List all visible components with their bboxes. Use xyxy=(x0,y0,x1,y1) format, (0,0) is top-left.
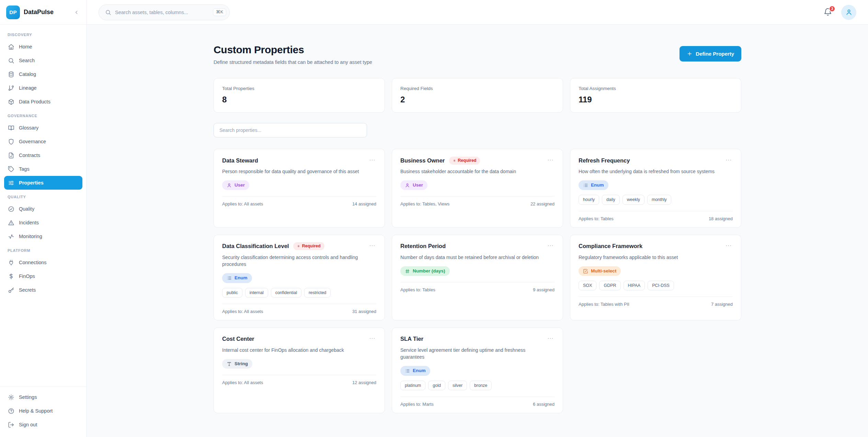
property-type-badge: Multi-select xyxy=(579,266,621,276)
dollar-icon xyxy=(8,273,14,280)
card-menu-button[interactable] xyxy=(368,335,376,343)
sidebar-item-label: Contracts xyxy=(19,153,40,158)
sidebar-item-glossary[interactable]: Glossary xyxy=(4,121,82,135)
nav-section-label: DISCOVERY xyxy=(4,27,82,40)
sidebar-item-connections[interactable]: Connections xyxy=(4,256,82,269)
sidebar-item-sign-out[interactable]: Sign out xyxy=(4,418,82,432)
card-menu-button[interactable] xyxy=(546,242,555,250)
global-search-box[interactable]: ⌘K xyxy=(99,4,230,20)
card-menu-button[interactable] xyxy=(546,156,555,165)
card-menu-button[interactable] xyxy=(368,242,376,250)
property-card-header: Cost Center xyxy=(222,335,376,343)
check-circle-icon xyxy=(8,206,14,212)
type-icon xyxy=(227,361,232,367)
asterisk-icon xyxy=(297,245,300,248)
required-badge: Required xyxy=(449,157,480,165)
properties-search-input[interactable] xyxy=(214,123,367,137)
list-icon xyxy=(227,276,232,281)
sidebar-item-label: Tags xyxy=(19,166,30,172)
global-search-input[interactable] xyxy=(115,10,209,15)
sidebar-item-monitoring[interactable]: Monitoring xyxy=(4,229,82,243)
stat-label: Required Fields xyxy=(400,86,555,91)
card-menu-button[interactable] xyxy=(724,242,733,250)
sidebar-item-catalog[interactable]: Catalog xyxy=(4,67,82,81)
stats-row: Total Properties8Required Fields2Total A… xyxy=(214,78,741,113)
enum-options-row: publicinternalconfidentialrestricted xyxy=(222,288,376,298)
sidebar-item-contracts[interactable]: Contracts xyxy=(4,148,82,162)
user-icon xyxy=(405,183,410,188)
sidebar-item-incidents[interactable]: Incidents xyxy=(4,216,82,229)
sidebar-item-tags[interactable]: Tags xyxy=(4,162,82,176)
enum-option-chip: platinum xyxy=(400,381,425,390)
property-description: Regulatory frameworks applicable to this… xyxy=(579,254,733,261)
more-horizontal-icon xyxy=(725,242,732,249)
sidebar-item-secrets[interactable]: Secrets xyxy=(4,283,82,297)
card-menu-button[interactable] xyxy=(724,156,733,165)
property-card-header: Business OwnerRequired xyxy=(400,156,555,165)
sidebar-item-home[interactable]: Home xyxy=(4,40,82,54)
sidebar-item-finops[interactable]: FinOps xyxy=(4,269,82,283)
sidebar-item-governance[interactable]: Governance xyxy=(4,135,82,148)
property-description: Security classification determining acce… xyxy=(222,254,376,268)
property-card: Refresh FrequencyHow often the underlyin… xyxy=(570,149,741,228)
page-title: Custom Properties xyxy=(214,44,372,56)
property-type-label: User xyxy=(235,182,245,188)
property-card-header: Retention Period xyxy=(400,242,555,250)
applies-to-text: Applies to: Tables xyxy=(400,287,435,292)
sidebar-item-help-support[interactable]: Help & Support xyxy=(4,404,82,418)
sidebar-header: DP DataPulse xyxy=(0,0,87,25)
enum-option-chip: internal xyxy=(245,288,268,298)
home-icon xyxy=(8,44,14,50)
enum-option-chip: silver xyxy=(448,381,467,390)
enum-option-chip: daily xyxy=(602,195,620,204)
stat-value: 119 xyxy=(579,95,733,104)
property-name: Compliance Framework xyxy=(579,243,642,249)
sidebar-item-lineage[interactable]: Lineage xyxy=(4,81,82,95)
applies-to-text: Applies to: Tables with PII xyxy=(579,302,629,307)
sidebar-item-settings[interactable]: Settings xyxy=(4,390,82,404)
define-property-button[interactable]: Define Property xyxy=(679,46,741,61)
applies-to-text: Applies to: Tables, Views xyxy=(400,201,449,206)
card-footer: Applies to: Marts6 assigned xyxy=(400,397,555,407)
sidebar-item-label: Properties xyxy=(19,180,44,186)
sidebar-item-quality[interactable]: Quality xyxy=(4,202,82,216)
assigned-count: 7 assigned xyxy=(711,302,733,307)
property-card-header: Compliance Framework xyxy=(579,242,733,250)
sidebar-item-properties[interactable]: Properties xyxy=(4,176,82,190)
list-icon xyxy=(583,183,588,188)
user-avatar-button[interactable] xyxy=(841,5,856,20)
sidebar-item-data-products[interactable]: Data Products xyxy=(4,95,82,109)
enum-option-chip: bronze xyxy=(470,381,492,390)
card-footer: Applies to: Tables, Views22 assigned xyxy=(400,197,555,206)
sidebar-footer: SettingsHelp & SupportSign out xyxy=(0,386,87,437)
file-check-icon xyxy=(8,152,14,159)
applies-to-text: Applies to: Tables xyxy=(579,216,614,221)
stat-card: Total Assignments119 xyxy=(570,78,741,113)
tag-icon xyxy=(8,166,14,172)
define-property-label: Define Property xyxy=(696,51,734,57)
stat-label: Total Properties xyxy=(222,86,376,91)
activity-icon xyxy=(8,233,14,240)
enum-option-chip: HIPAA xyxy=(624,281,645,290)
enum-option-chip: restricted xyxy=(304,288,331,298)
sidebar-item-label: Governance xyxy=(19,139,46,144)
assigned-count: 14 assigned xyxy=(352,201,376,206)
card-menu-button[interactable] xyxy=(546,335,555,343)
sidebar-item-label: Help & Support xyxy=(19,408,53,414)
property-card-header: SLA Tier xyxy=(400,335,555,343)
property-type-badge: Enum xyxy=(222,273,252,283)
plug-icon xyxy=(8,259,14,266)
property-type-label: Multi-select xyxy=(591,268,616,274)
sidebar-item-search[interactable]: Search xyxy=(4,54,82,67)
app-logo: DP xyxy=(6,5,20,19)
property-card: Cost CenterInternal cost center for FinO… xyxy=(214,327,385,413)
sidebar-collapse-button[interactable] xyxy=(72,8,81,17)
asterisk-icon xyxy=(453,159,456,162)
key-icon xyxy=(8,287,14,293)
card-footer: Applies to: All assets12 assigned xyxy=(222,375,376,385)
notifications-button[interactable]: 3 xyxy=(823,8,832,17)
stat-label: Total Assignments xyxy=(579,86,733,91)
card-menu-button[interactable] xyxy=(368,156,376,165)
sidebar-item-label: Incidents xyxy=(19,220,39,225)
property-card: Data StewardPerson responsible for data … xyxy=(214,149,385,228)
